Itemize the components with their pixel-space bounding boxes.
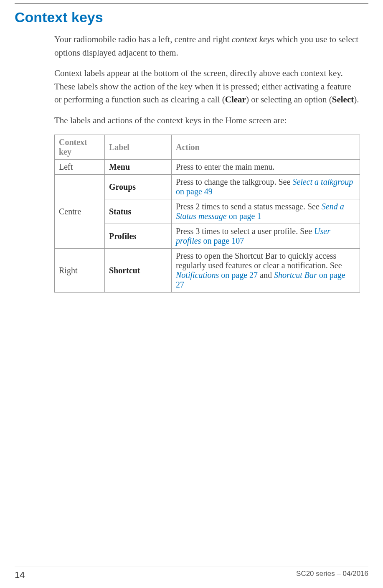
cell-key-left: Left <box>55 160 105 175</box>
cell-label-profiles: Profiles <box>105 224 172 249</box>
table-header-row: Context key Label Action <box>55 135 360 160</box>
paragraph-1: Your radiomobile radio has a left, centr… <box>54 33 360 59</box>
cell-key-centre: Centre <box>55 175 105 249</box>
body-block: Your radiomobile radio has a left, centr… <box>15 33 368 293</box>
top-rule <box>15 3 368 4</box>
link-page-ref[interactable]: on page 1 <box>227 211 261 221</box>
link-page-ref[interactable]: on page 107 <box>201 236 244 245</box>
th-context-key: Context key <box>55 135 105 160</box>
link-page-ref[interactable]: on page 27 <box>219 270 258 280</box>
table-row: Right Shortcut Press to open the Shortcu… <box>55 249 360 293</box>
context-keys-table: Context key Label Action Left Menu Press… <box>54 135 360 293</box>
text: Press to change the talkgroup. See <box>176 177 292 186</box>
cell-action-shortcut: Press to open the Shortcut Bar to quickl… <box>172 249 360 293</box>
link-page-ref[interactable]: on page 49 <box>176 187 213 196</box>
cell-action-profiles: Press 3 times to select a user profile. … <box>172 224 360 249</box>
cell-label-menu: Menu <box>105 160 172 175</box>
cell-key-right: Right <box>55 249 105 293</box>
text: Your radiomobile radio has a left, centr… <box>54 34 232 44</box>
cell-label-groups: Groups <box>105 175 172 199</box>
page-content: Context keys Your radiomobile radio has … <box>0 3 383 293</box>
text: ). <box>354 94 359 104</box>
page-number: 14 <box>15 570 25 580</box>
text: Press 3 times to select a user profile. … <box>176 227 314 236</box>
text: Press to open the Shortcut Bar to quickl… <box>176 251 342 270</box>
bold-select: Select <box>332 94 354 104</box>
th-action: Action <box>172 135 360 160</box>
cell-label-status: Status <box>105 199 172 224</box>
cell-action-menu: Press to enter the main menu. <box>172 160 360 175</box>
table-row: Left Menu Press to enter the main menu. <box>55 160 360 175</box>
cell-label-shortcut: Shortcut <box>105 249 172 293</box>
table-row: Centre Groups Press to change the talkgr… <box>55 175 360 199</box>
bold-clear: Clear <box>225 94 246 104</box>
text: Press 2 times to send a status message. … <box>176 202 322 211</box>
th-label: Label <box>105 135 172 160</box>
paragraph-2: Context labels appear at the bottom of t… <box>54 67 360 107</box>
em-context-keys: context keys <box>232 34 274 44</box>
cell-action-groups: Press to change the talkgroup. See Selec… <box>172 175 360 199</box>
link-shortcut-bar[interactable]: Shortcut Bar <box>274 270 317 280</box>
link-notifications[interactable]: Notifications <box>176 270 219 280</box>
footer-doc-id: SC20 series – 04/2016 <box>296 570 368 580</box>
paragraph-3: The labels and actions of the context ke… <box>54 114 360 127</box>
link-select-talkgroup[interactable]: Select a talkgroup <box>292 177 353 186</box>
page-footer: 14 SC20 series – 04/2016 <box>15 567 368 580</box>
text: ) or selecting an option ( <box>246 94 332 104</box>
cell-action-status: Press 2 times to send a status message. … <box>172 199 360 224</box>
text: and <box>258 270 274 280</box>
heading-context-keys: Context keys <box>15 9 368 25</box>
